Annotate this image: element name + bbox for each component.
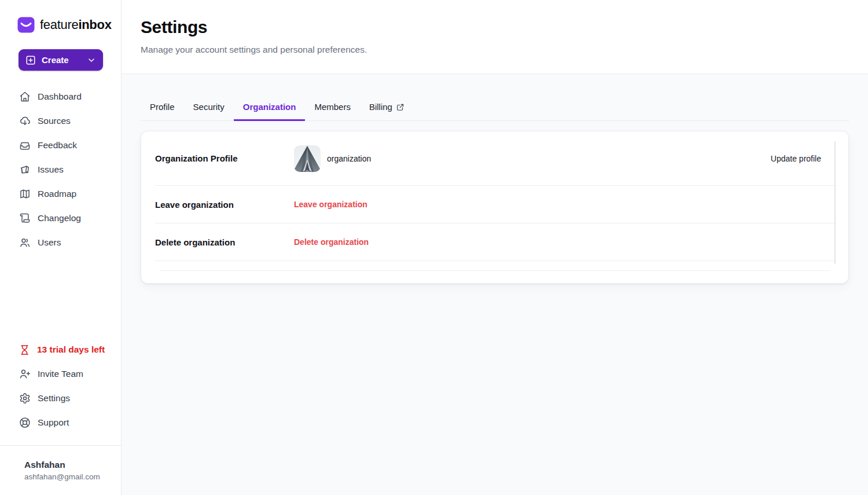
gear-icon — [19, 393, 31, 404]
create-dropdown-toggle[interactable] — [87, 56, 96, 65]
sidebar-item-label: Settings — [38, 393, 70, 404]
create-button-label: Create — [42, 55, 69, 65]
tab-billing[interactable]: Billing — [360, 102, 414, 121]
brand-name-light: feature — [40, 17, 78, 32]
user-email: ashfahan@gmail.com — [24, 472, 112, 481]
sidebar-footer-nav: Invite Team Settings Support — [0, 362, 121, 435]
sidebar-item-label: Invite Team — [38, 369, 83, 379]
sidebar-item-label: Feedback — [38, 140, 77, 151]
inbox-icon — [19, 140, 31, 151]
settings-tabbar: Profile Security Organization Members Bi… — [141, 102, 849, 121]
settings-content: Profile Security Organization Members Bi… — [122, 74, 868, 495]
hourglass-icon — [19, 344, 30, 355]
tab-label: Profile — [150, 102, 175, 112]
create-button[interactable]: Create — [19, 49, 103, 71]
delete-organization-link[interactable]: Delete organization — [294, 237, 369, 247]
sidebar-item-dashboard[interactable]: Dashboard — [0, 85, 121, 109]
users-icon — [19, 237, 31, 248]
page-subtitle: Manage your account settings and persona… — [141, 45, 849, 55]
tab-label: Organization — [243, 102, 296, 112]
card-footer — [155, 261, 834, 283]
sidebar-item-label: Issues — [38, 164, 64, 175]
sidebar-item-users[interactable]: Users — [0, 230, 121, 255]
organization-profile-row: Organization Profile — [155, 131, 834, 185]
chevron-down-icon — [87, 56, 96, 65]
cloud-download-icon — [19, 115, 31, 127]
tab-label: Security — [193, 102, 225, 112]
user-name: Ashfahan — [24, 460, 112, 470]
tab-security[interactable]: Security — [184, 102, 234, 121]
delete-organization-row: Delete organization Delete organization — [155, 223, 834, 261]
scroll-icon — [19, 212, 31, 224]
sidebar-item-feedback[interactable]: Feedback — [0, 133, 121, 157]
brand-name: featureinbox — [40, 17, 112, 32]
tab-profile[interactable]: Profile — [141, 102, 184, 121]
sidebar-item-issues[interactable]: Issues — [0, 157, 121, 182]
sidebar-item-invite-team[interactable]: Invite Team — [0, 362, 121, 386]
sidebar-item-label: Dashboard — [38, 91, 82, 102]
page-header: Settings Manage your account settings an… — [122, 0, 868, 74]
user-profile-section[interactable]: Ashfahan ashfahan@gmail.com — [0, 445, 121, 495]
sidebar-spacer — [0, 255, 121, 338]
tab-organization[interactable]: Organization — [234, 102, 306, 121]
brand-logo[interactable]: featureinbox — [0, 0, 121, 34]
sidebar: featureinbox Create Dashboard S — [0, 0, 122, 495]
sidebar-item-label: Sources — [38, 116, 71, 126]
home-icon — [19, 91, 31, 102]
leave-organization-link[interactable]: Leave organization — [294, 200, 367, 209]
update-profile-button[interactable]: Update profile — [771, 154, 834, 163]
lifebuoy-icon — [19, 417, 31, 428]
organization-avatar — [294, 145, 321, 172]
sidebar-item-support[interactable]: Support — [0, 410, 121, 435]
tab-label: Billing — [369, 102, 392, 112]
user-plus-icon — [19, 368, 31, 380]
external-link-icon — [396, 103, 404, 111]
plus-square-icon — [25, 55, 36, 65]
tab-label: Members — [314, 102, 351, 112]
leave-organization-row: Leave organization Leave organization — [155, 186, 834, 223]
sidebar-item-label: Roadmap — [38, 189, 76, 199]
sidebar-item-label: Support — [38, 417, 69, 428]
organization-identity: organization — [294, 145, 371, 172]
main-area: Settings Manage your account settings an… — [122, 0, 868, 495]
sidebar-item-label: Users — [38, 237, 61, 248]
trial-days-indicator[interactable]: 13 trial days left — [0, 338, 121, 362]
sidebar-nav: Dashboard Sources Feedback Issues — [0, 85, 121, 255]
page-title: Settings — [141, 17, 849, 37]
sidebar-item-label: Changelog — [38, 213, 81, 223]
organization-profile-label: Organization Profile — [155, 153, 294, 163]
sidebar-item-changelog[interactable]: Changelog — [0, 206, 121, 230]
map-icon — [19, 188, 31, 200]
tab-members[interactable]: Members — [305, 102, 360, 121]
sidebar-item-settings[interactable]: Settings — [0, 386, 121, 410]
brand-name-bold: inbox — [78, 17, 111, 32]
app-window: featureinbox Create Dashboard S — [0, 0, 868, 495]
leave-organization-label: Leave organization — [155, 200, 294, 210]
organization-name: organization — [327, 154, 371, 163]
ticket-icon — [19, 164, 31, 175]
featureinbox-logo-icon — [17, 16, 35, 34]
sidebar-item-roadmap[interactable]: Roadmap — [0, 182, 121, 206]
trial-days-label: 13 trial days left — [37, 344, 105, 355]
row-divider — [160, 270, 830, 271]
sidebar-item-sources[interactable]: Sources — [0, 109, 121, 133]
delete-organization-label: Delete organization — [155, 237, 294, 247]
card-scrollbar[interactable] — [834, 141, 836, 264]
organization-settings-card: Organization Profile — [141, 131, 849, 284]
